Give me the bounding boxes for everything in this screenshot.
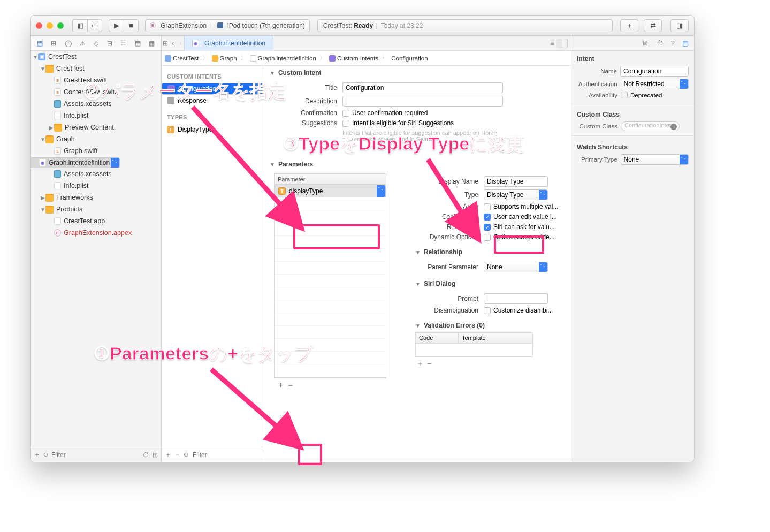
confirmation-checkbox[interactable]: [342, 110, 349, 117]
folder-preview-content[interactable]: ▶Preview Content: [31, 121, 161, 133]
navigator-selector[interactable]: ▤ ⊞ ◯ ⚠ ◇ ⊟ ☰ ▤ ▦: [31, 36, 161, 51]
parameters-table[interactable]: Parameter TdisplayType: [274, 173, 386, 378]
product-app[interactable]: CrestTest.app: [31, 215, 161, 227]
stop-button[interactable]: ■: [124, 19, 139, 32]
forward-button[interactable]: ›: [177, 40, 184, 47]
insp-name-input[interactable]: [620, 66, 689, 77]
title-input[interactable]: [342, 82, 503, 93]
run-button[interactable]: ▶: [109, 19, 124, 32]
parent-parameter-select[interactable]: None: [484, 262, 548, 272]
code-review-button[interactable]: ⇄: [644, 19, 662, 32]
intent-list-footer: ＋ − ⊜: [162, 447, 263, 462]
insp-primary-type-select[interactable]: None: [621, 154, 689, 165]
find-navigator-icon[interactable]: ⚠: [80, 40, 86, 47]
display-name-input[interactable]: [484, 176, 548, 187]
test-navigator-icon[interactable]: ⊟: [107, 40, 112, 47]
file-xcassets[interactable]: Assets.xcassets: [31, 168, 161, 180]
project-navigator-icon[interactable]: ▤: [37, 40, 43, 47]
toggle-navigator-button[interactable]: ◧: [72, 19, 87, 32]
product-appex[interactable]: EGraphExtension.appex: [31, 227, 161, 239]
file-swift[interactable]: sGraph.swift: [31, 145, 161, 157]
array-label: Array: [415, 203, 484, 210]
issue-navigator-icon[interactable]: ◇: [94, 40, 98, 47]
add-intent-button[interactable]: ＋: [165, 450, 171, 459]
dynamic-options-label: Dynamic Options: [415, 233, 484, 241]
scm-filter-icon[interactable]: ⊞: [153, 451, 158, 459]
jump-arrow-icon[interactable]: →: [670, 124, 677, 130]
prompt-input[interactable]: [484, 293, 548, 304]
folder-products[interactable]: ▼Products: [31, 203, 161, 215]
editor-layout-toggle[interactable]: [556, 39, 568, 48]
suggestions-hint: Intents that are eligible for suggestion…: [342, 130, 503, 142]
section-parameters: Parameters: [278, 161, 313, 168]
inspector-selector[interactable]: 🗎 ⏱ ? ▤: [571, 36, 694, 51]
minimize-window-button[interactable]: [47, 22, 53, 29]
folder-graph[interactable]: ▼Graph: [31, 133, 161, 145]
report-navigator-icon[interactable]: ▦: [149, 40, 155, 47]
source-control-navigator-icon[interactable]: ⊞: [51, 40, 56, 47]
identity-inspector-icon[interactable]: ▤: [682, 39, 689, 47]
insp-name-label: Name: [577, 68, 620, 74]
help-inspector-icon[interactable]: ?: [671, 39, 675, 47]
intent-filter[interactable]: [193, 451, 273, 459]
file-xcassets[interactable]: Assets.xcassets: [31, 98, 161, 110]
array-checkbox[interactable]: [484, 203, 491, 210]
file-plist[interactable]: Info.plist: [31, 110, 161, 121]
add-file-button[interactable]: ＋: [34, 450, 40, 459]
breakpoint-navigator-icon[interactable]: ▤: [135, 40, 141, 47]
close-window-button[interactable]: [36, 22, 42, 29]
add-parameter-button[interactable]: ＋: [276, 380, 285, 390]
file-intentdefinition[interactable]: ◉Graph.intentdefinition: [31, 157, 120, 168]
file-plist[interactable]: Info.plist: [31, 180, 161, 192]
suggestions-checkbox[interactable]: [342, 120, 349, 127]
insp-deprecated-checkbox[interactable]: [621, 92, 628, 98]
project-tree[interactable]: ▼▣CrestTest ▼CrestTest sCrestTest.swift …: [31, 51, 161, 447]
remove-intent-button[interactable]: −: [176, 451, 179, 459]
add-validation-button[interactable]: ＋: [416, 359, 424, 369]
intent-response[interactable]: Response: [162, 95, 263, 107]
remove-parameter-button[interactable]: −: [286, 381, 295, 390]
file-inspector-icon[interactable]: 🗎: [642, 39, 649, 47]
assets-icon: [54, 100, 61, 108]
history-inspector-icon[interactable]: ⏱: [657, 39, 664, 47]
project-root[interactable]: ▼▣CrestTest: [31, 51, 161, 63]
related-items-icon[interactable]: ⊞: [162, 40, 169, 47]
validation-code-header: Code: [416, 333, 459, 343]
resolvable-checkbox[interactable]: ✓: [484, 224, 491, 231]
project-icon: ▣: [38, 53, 45, 60]
disambiguation-checkbox[interactable]: [484, 307, 491, 314]
navigator-filter[interactable]: [51, 451, 140, 459]
dynamic-options-checkbox[interactable]: [484, 234, 491, 241]
file-swift[interactable]: sCrestTest.swift: [31, 74, 161, 86]
window-controls[interactable]: [36, 22, 64, 29]
debug-navigator-icon[interactable]: ☰: [120, 40, 126, 47]
filter-icon[interactable]: ⊜: [184, 451, 188, 458]
back-button[interactable]: ‹: [169, 40, 177, 47]
parameter-row[interactable]: TdisplayType: [275, 185, 386, 197]
type-displaytype[interactable]: TDisplayType: [162, 124, 263, 135]
folder-cresttest[interactable]: ▼CrestTest: [31, 63, 161, 74]
editor-options-icon[interactable]: ≡: [548, 40, 556, 47]
suggestions-label: Suggestions: [274, 119, 342, 127]
remove-validation-button[interactable]: −: [427, 359, 431, 369]
toggle-inspector-button[interactable]: ◨: [670, 19, 689, 32]
scheme-selector[interactable]: E GraphExtension 〉 iPod touch (7th gener…: [145, 19, 310, 32]
filter-scope-icon[interactable]: ⊜: [43, 451, 48, 458]
tab-active[interactable]: ◉ Graph.intentdefinition: [184, 36, 273, 51]
swift-icon: s: [54, 88, 61, 96]
recent-filter-icon[interactable]: ⏱: [143, 451, 149, 459]
intent-configuration[interactable]: Configuration: [162, 83, 263, 95]
zoom-window-button[interactable]: [57, 22, 64, 29]
insp-auth-select[interactable]: Not Restricted: [621, 79, 689, 89]
type-select[interactable]: Display Type: [484, 189, 548, 200]
add-button[interactable]: ＋: [620, 19, 638, 32]
folder-frameworks[interactable]: ▶Frameworks: [31, 192, 161, 203]
insp-custom-class-input[interactable]: ConfigurationIntent→: [621, 121, 680, 131]
jump-bar[interactable]: CrestTest〉 Graph〉 Graph.intentdefinition…: [162, 51, 571, 66]
toggle-debug-area-button[interactable]: ▭: [87, 19, 102, 32]
description-input[interactable]: [342, 96, 503, 107]
configurable-checkbox[interactable]: ✓: [484, 214, 491, 221]
file-swift[interactable]: sContentView.swift: [31, 86, 161, 98]
resolvable-label: Resolvable: [415, 223, 484, 231]
symbol-navigator-icon[interactable]: ◯: [65, 40, 72, 47]
